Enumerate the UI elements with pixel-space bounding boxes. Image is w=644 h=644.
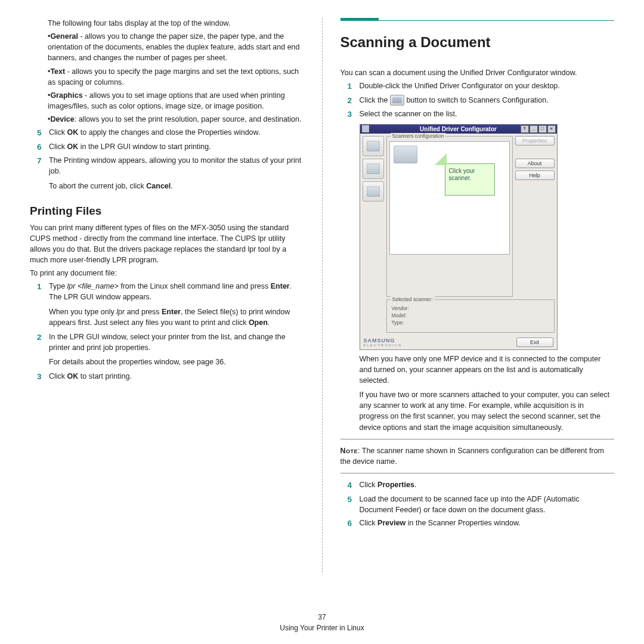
page-number: 37 xyxy=(0,613,644,621)
sidebar-scanners-icon[interactable] xyxy=(363,159,384,179)
pf-step-2-sub: For details about the properties window,… xyxy=(30,357,304,367)
selected-scanner-legend: Selected scanner: xyxy=(391,296,435,302)
app-icon xyxy=(362,125,369,132)
tabs-intro: The following four tabs display at the t… xyxy=(30,18,304,29)
close-icon[interactable]: × xyxy=(547,125,556,133)
exit-button[interactable]: Exit xyxy=(516,338,553,347)
sidebar-printers-icon[interactable] xyxy=(363,136,384,156)
scanners-config-legend: Scanners configuration xyxy=(391,133,446,139)
pf-step-1-sub: When you type only lpr and press Enter, … xyxy=(30,306,304,328)
printing-files-lead: To print any document file: xyxy=(30,268,304,278)
vendor-label: Vendor: xyxy=(389,305,552,312)
window-titlebar: Unified Driver Configurator ? _ □ × xyxy=(360,125,557,134)
window-title: Unified Driver Configurator xyxy=(420,126,497,132)
step-5: 5 Click OK to apply the changes and clos… xyxy=(30,127,304,139)
scan-step-4: 4 Click Properties. xyxy=(340,479,615,491)
configurator-sidebar xyxy=(363,136,384,297)
note-rule-top xyxy=(340,439,615,439)
printing-files-heading: Printing Files xyxy=(30,205,304,218)
after-shot-para-b: If you have two or more scanners attache… xyxy=(340,389,615,433)
tab-graphics-desc: - allows you to set image options that a… xyxy=(48,91,285,110)
maximize-icon[interactable]: □ xyxy=(538,125,547,133)
note-box: Note: The scanner name shown in Scanners… xyxy=(340,445,615,467)
scanning-heading: Scanning a Document xyxy=(340,34,615,51)
note-rule-bottom xyxy=(340,473,615,473)
right-column: Scanning a Document You can scan a docum… xyxy=(335,18,615,572)
brand-logo: SAMSUNG ELECTRONICS xyxy=(364,338,402,347)
about-button[interactable]: About xyxy=(515,159,555,168)
printing-files-para: You can print many different types of fi… xyxy=(30,222,304,266)
tab-general-desc: - allows you to change the paper size, t… xyxy=(48,32,300,62)
pf-step-2: 2 In the LPR GUI window, select your pri… xyxy=(30,332,304,353)
callout-bubble: Click your scanner. xyxy=(445,163,495,196)
after-shot-para-a: When you have only one MFP device and it… xyxy=(340,354,615,386)
sidebar-ports-icon[interactable] xyxy=(363,181,384,202)
tabs-bullets: •General - allows you to change the pape… xyxy=(30,31,304,125)
pf-step-1: 1 Type lpr <file_name> from the Linux sh… xyxy=(30,281,304,302)
step-7: 7 The Printing window appears, allowing … xyxy=(30,155,304,177)
scan-step-6: 6 Click Preview in the Scanner Propertie… xyxy=(340,518,615,530)
tab-general-name: General xyxy=(50,32,78,41)
minimize-icon[interactable]: _ xyxy=(530,125,538,133)
abort-note: To abort the current job, click Cancel. xyxy=(30,181,304,191)
column-divider xyxy=(322,18,323,572)
scan-step-5: 5 Load the document to be scanned face u… xyxy=(340,494,615,515)
scanning-intro: You can scan a document using the Unifie… xyxy=(340,67,615,78)
type-label: Type: xyxy=(389,319,552,326)
step-6: 6 Click OK in the LPR GUI window to star… xyxy=(30,141,304,153)
properties-button[interactable]: Properties xyxy=(515,136,555,145)
tab-device-desc: : allows you to set the print resolution… xyxy=(75,115,302,123)
scanner-list-item[interactable] xyxy=(394,145,417,163)
left-column: The following four tabs display at the t… xyxy=(30,18,310,572)
page-section: Using Your Printer in Linux xyxy=(0,624,644,632)
scanner-list[interactable]: Click your scanner. xyxy=(389,141,510,255)
scan-step-2: 2 Click the button to switch to Scanners… xyxy=(340,95,615,107)
scan-step-3: 3 Select the scanner on the list. xyxy=(340,109,615,120)
tab-graphics-name: Graphics xyxy=(50,91,82,100)
pf-step-3: 3 Click OK to start printing. xyxy=(30,371,304,383)
scan-step-1: 1 Double-click the Unified Driver Config… xyxy=(340,80,615,92)
tab-text-name: Text xyxy=(50,67,65,76)
tab-text-desc: - allows you to specify the page margins… xyxy=(48,67,299,86)
page-footer: 37 Using Your Printer in Linux xyxy=(0,613,644,632)
window-buttons: ? _ □ × xyxy=(521,125,556,133)
scanner-icon xyxy=(390,95,404,106)
model-label: Model: xyxy=(389,312,552,319)
tab-device-name: Device xyxy=(50,115,74,123)
help-button[interactable]: Help xyxy=(515,171,555,180)
help-button-icon[interactable]: ? xyxy=(521,125,529,133)
configurator-screenshot: Unified Driver Configurator ? _ □ × xyxy=(360,124,558,350)
